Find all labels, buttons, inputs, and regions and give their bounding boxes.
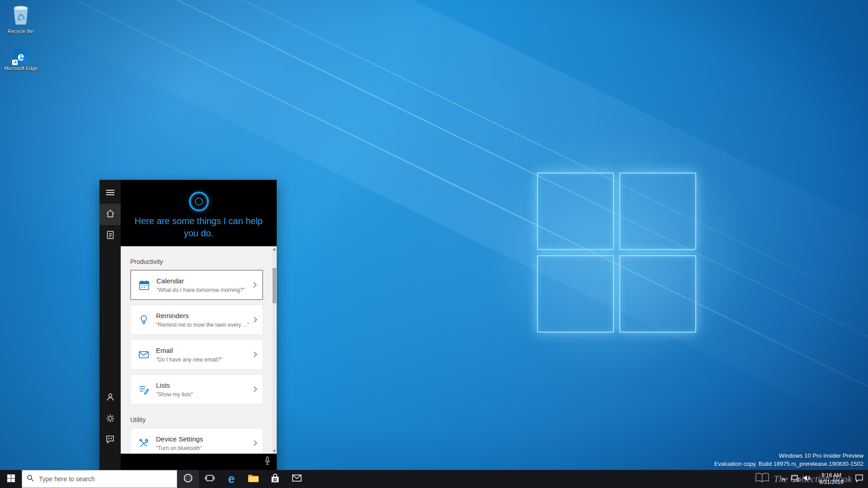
triangle-up-icon <box>273 248 276 250</box>
cortana-suggestions: Productivity Calendar "What do I have to… <box>121 246 277 454</box>
cortana-circle-icon <box>183 473 193 485</box>
chevron-right-icon <box>251 440 257 446</box>
cortana-panel: Here are some things I can help you do. … <box>99 180 277 470</box>
folder-icon <box>248 474 259 484</box>
chevron-right-icon <box>251 282 257 288</box>
suggestion-card-lists[interactable]: Lists "Show my lists" <box>130 374 263 404</box>
clock-time: 9:16 AM <box>821 472 841 479</box>
suggestion-example: "What do I have tomorrow morning?" <box>156 287 245 293</box>
microphone-button[interactable] <box>264 456 271 468</box>
recycle-bin-icon <box>12 5 30 27</box>
suggestion-card-email[interactable]: Email "Do I have any new email?" <box>130 339 263 370</box>
chevron-up-icon <box>781 475 786 483</box>
home-button[interactable] <box>99 204 121 225</box>
suggestion-example: "Turn on bluetooth" <box>156 445 203 451</box>
desktop: Recycle Bin e Microsoft Edge <box>0 0 868 488</box>
suggestion-card-device-settings[interactable]: Device Settings "Turn on bluetooth" <box>130 428 263 454</box>
desktop-icon-label: Recycle Bin <box>8 28 34 34</box>
email-icon <box>138 349 150 361</box>
ethernet-icon <box>791 475 799 483</box>
mail-button[interactable] <box>286 470 307 488</box>
shortcut-arrow-icon <box>12 60 18 65</box>
edge-taskbar-button[interactable]: e <box>221 470 242 488</box>
watermark-line-2: Evaluation copy. Build 18975.rs_prerelea… <box>714 460 863 468</box>
suggestion-title: Lists <box>156 381 193 389</box>
windows-logo-pane <box>619 255 696 333</box>
clock-date: 8/31/2019 <box>819 479 843 486</box>
cortana-taskbar-button[interactable] <box>177 470 199 488</box>
device-settings-icon <box>138 437 150 449</box>
suggestion-text: Email "Do I have any new email?" <box>156 347 222 363</box>
feedback-icon <box>106 435 114 446</box>
cortana-logo-inner <box>195 197 203 206</box>
taskbar-search-box[interactable] <box>22 470 177 488</box>
section-title-productivity: Productivity <box>130 258 277 265</box>
mail-envelope-icon <box>292 474 302 483</box>
settings-button[interactable] <box>99 408 121 430</box>
suggestion-text: Reminders "Remind me to mow the lawn eve… <box>156 312 249 328</box>
menu-button[interactable] <box>99 183 121 204</box>
home-icon <box>106 209 115 220</box>
edge-icon: e <box>13 49 28 64</box>
lists-icon <box>138 384 150 395</box>
taskbar-spacer <box>307 470 778 488</box>
suggestion-example: "Show my lists" <box>156 391 193 398</box>
desktop-icon-recycle-bin[interactable]: Recycle Bin <box>3 5 39 34</box>
scrollbar-down-arrow[interactable] <box>272 448 277 454</box>
system-tray: 9:16 AM 8/31/2019 <box>778 470 868 488</box>
suggestion-text: Lists "Show my lists" <box>156 381 193 398</box>
notebook-button[interactable] <box>99 225 121 246</box>
feedback-button[interactable] <box>99 430 121 451</box>
windows-logo <box>537 173 696 333</box>
evaluation-watermark: Windows 10 Pro Insider Preview Evaluatio… <box>714 452 863 468</box>
speaker-icon <box>803 475 811 483</box>
user-account-button[interactable] <box>99 387 121 408</box>
action-center-icon <box>855 474 863 484</box>
task-view-icon <box>205 474 215 484</box>
suggestion-example: "Remind me to mow the lawn every ..." <box>156 322 249 328</box>
suggestion-text: Device Settings "Turn on bluetooth" <box>156 435 203 451</box>
cortana-main: Here are some things I can help you do. … <box>121 180 277 470</box>
store-bag-icon <box>271 474 279 485</box>
user-icon <box>106 393 115 403</box>
suggestion-title: Reminders <box>156 312 249 319</box>
cortana-greeting: Here are some things I can help you do. <box>131 215 267 239</box>
desktop-icon-label: Microsoft Edge <box>4 66 37 71</box>
windows-logo-pane <box>619 173 696 250</box>
gear-icon <box>106 414 115 425</box>
search-input[interactable] <box>38 475 172 483</box>
cortana-header: Here are some things I can help you do. <box>121 180 277 246</box>
task-view-button[interactable] <box>199 470 221 488</box>
suggestion-text: Calendar "What do I have tomorrow mornin… <box>156 277 245 293</box>
clock[interactable]: 9:16 AM 8/31/2019 <box>813 470 850 488</box>
start-button[interactable] <box>0 470 22 488</box>
store-button[interactable] <box>264 470 286 488</box>
reminders-icon <box>138 314 150 326</box>
edge-icon: e <box>228 473 235 485</box>
chevron-right-icon <box>251 386 257 392</box>
suggestion-card-reminders[interactable]: Reminders "Remind me to mow the lawn eve… <box>130 305 263 335</box>
cortana-sidebar <box>99 180 121 470</box>
menu-icon <box>106 189 114 197</box>
volume-button[interactable] <box>801 470 813 488</box>
file-explorer-button[interactable] <box>242 470 264 488</box>
suggestion-title: Calendar <box>156 277 245 285</box>
action-center-button[interactable] <box>850 470 868 488</box>
section-title-utility: Utility <box>130 416 277 423</box>
suggestion-title: Device Settings <box>156 435 203 443</box>
scrollbar-thumb[interactable] <box>273 268 276 303</box>
calendar-icon <box>138 279 150 291</box>
tray-overflow-button[interactable] <box>778 470 789 488</box>
network-button[interactable] <box>789 470 801 488</box>
scrollbar[interactable] <box>272 246 277 454</box>
windows-logo-pane <box>537 255 614 333</box>
scrollbar-up-arrow[interactable] <box>272 246 277 252</box>
search-icon <box>27 474 34 483</box>
sidebar-spacer <box>99 246 121 387</box>
suggestion-example: "Do I have any new email?" <box>156 357 222 363</box>
suggestion-card-calendar[interactable]: Calendar "What do I have tomorrow mornin… <box>130 270 263 300</box>
suggestion-title: Email <box>156 347 222 354</box>
desktop-icon-microsoft-edge[interactable]: e Microsoft Edge <box>3 49 39 71</box>
cortana-bottom-bar <box>121 454 277 470</box>
cortana-logo-icon <box>189 192 209 211</box>
